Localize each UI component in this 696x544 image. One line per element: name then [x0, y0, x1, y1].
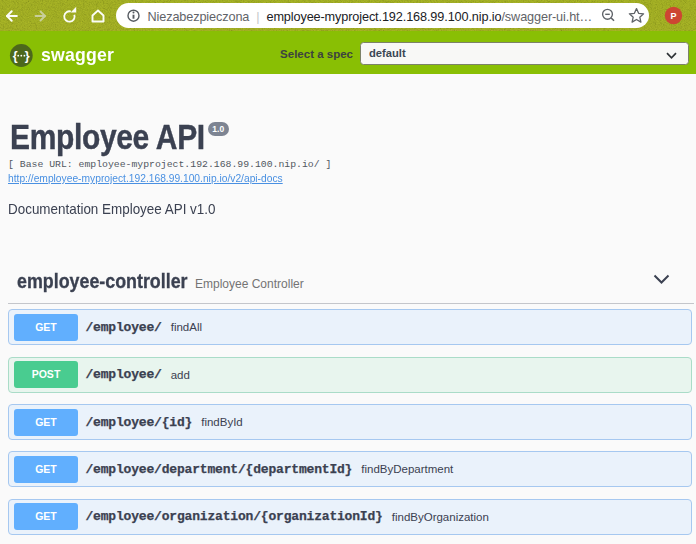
svg-text:}: }: [25, 49, 30, 63]
svg-text:P: P: [670, 11, 676, 21]
svg-text:{: {: [13, 49, 18, 63]
